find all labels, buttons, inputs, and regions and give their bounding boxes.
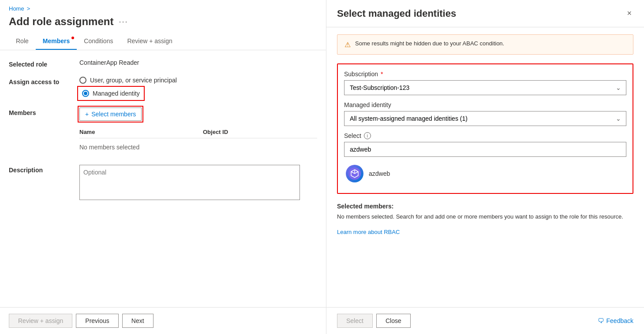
select-info-icon[interactable]: i <box>364 132 371 139</box>
managed-identity-dropdown-wrapper: All system-assigned managed identities (… <box>344 111 626 126</box>
search-input[interactable] <box>344 142 626 157</box>
search-section: Subscription * Test-Subscription-123 Man… <box>337 63 633 194</box>
radio-label-managed-identity: Managed identity <box>93 90 140 97</box>
panel-close-btn[interactable]: Close <box>376 314 411 328</box>
select-members-button[interactable]: + Select members <box>79 108 142 121</box>
subscription-dropdown[interactable]: Test-Subscription-123 <box>344 80 626 95</box>
result-item-name: azdweb <box>369 170 390 177</box>
col-header-object-id: Object ID <box>203 129 317 135</box>
description-label: Description <box>9 165 79 174</box>
panel-footer: Select Close 🗨 Feedback <box>326 307 644 334</box>
selected-role-label: Selected role <box>9 59 79 68</box>
previous-button[interactable]: Previous <box>76 314 118 328</box>
warning-icon: ⚠ <box>344 41 351 49</box>
selected-role-value: ContainerApp Reader <box>79 59 139 66</box>
selected-members-title: Selected members: <box>337 203 633 210</box>
radio-managed-identity[interactable]: Managed identity <box>79 88 142 99</box>
warning-banner: ⚠ Some results might be hidden due to yo… <box>337 34 633 55</box>
panel-title: Select managed identities <box>337 8 456 19</box>
members-label: Members <box>9 108 79 116</box>
next-button[interactable]: Next <box>122 314 154 328</box>
tab-members[interactable]: Members <box>36 33 77 50</box>
subscription-dropdown-wrapper: Test-Subscription-123 <box>344 80 626 95</box>
tab-conditions[interactable]: Conditions <box>77 33 120 50</box>
members-dot <box>71 37 74 39</box>
radio-label-user-group: User, group, or service principal <box>90 77 177 84</box>
description-textarea[interactable] <box>79 165 300 200</box>
page-title: Add role assignment <box>9 15 113 28</box>
subscription-label: Subscription * <box>344 71 626 78</box>
table-empty-text: No members selected <box>79 138 317 156</box>
managed-identity-label: Managed identity <box>344 101 626 108</box>
radio-circle-managed-identity <box>82 90 89 97</box>
managed-identity-dropdown[interactable]: All system-assigned managed identities (… <box>344 111 626 126</box>
feedback-icon: 🗨 <box>598 317 604 324</box>
select-members-icon: + <box>85 111 89 118</box>
identity-icon <box>346 165 363 182</box>
select-members-label: Select members <box>91 111 136 118</box>
tab-role[interactable]: Role <box>9 33 36 50</box>
select-field-label: Select <box>344 132 361 139</box>
feedback-button[interactable]: 🗨 Feedback <box>598 317 633 324</box>
assign-access-label: Assign access to <box>9 77 79 85</box>
required-marker: * <box>379 71 383 78</box>
warning-text: Some results might be hidden due to your… <box>355 40 504 47</box>
breadcrumb-separator: > <box>27 5 30 12</box>
breadcrumb-home[interactable]: Home <box>9 5 24 12</box>
col-header-name: Name <box>79 129 203 135</box>
tab-review-assign[interactable]: Review + assign <box>120 33 179 50</box>
tab-bar: Role Members Conditions Review + assign <box>0 33 326 50</box>
review-assign-button[interactable]: Review + assign <box>9 314 72 328</box>
panel-close-button[interactable]: × <box>625 7 633 20</box>
more-options-button[interactable]: ··· <box>119 17 128 26</box>
selected-members-desc: No members selected. Search for and add … <box>337 212 633 221</box>
result-item[interactable]: azdweb <box>344 160 626 187</box>
learn-more-link[interactable]: Learn more about RBAC <box>337 229 400 235</box>
panel-select-button[interactable]: Select <box>337 314 373 328</box>
radio-circle-user-group <box>79 77 86 84</box>
radio-user-group[interactable]: User, group, or service principal <box>79 77 317 84</box>
feedback-label: Feedback <box>607 317 633 324</box>
selected-members-section: Selected members: No members selected. S… <box>337 203 633 235</box>
